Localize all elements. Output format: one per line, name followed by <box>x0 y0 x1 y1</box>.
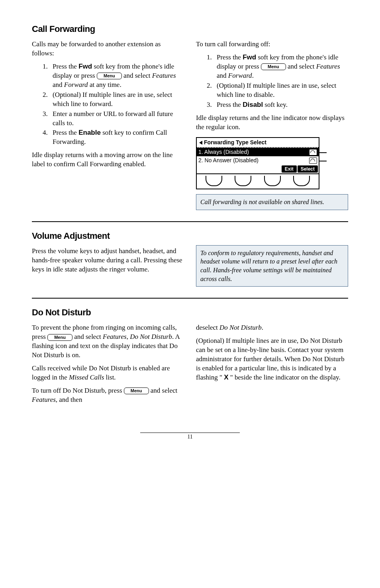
section-divider <box>32 221 348 222</box>
heading-volume: Volume Adjustment <box>32 231 348 241</box>
x-glyph-icon: X <box>224 374 228 381</box>
cf-off-step-3: Press the Disabl soft key. <box>214 100 348 110</box>
physical-key-icon <box>235 176 251 186</box>
connector-line-icon <box>319 161 327 161</box>
menu-button-icon: Menu <box>261 63 286 70</box>
dnd-p3: To turn off Do Not Disturb, press Menu a… <box>32 386 184 405</box>
dnd-p2: Calls received while Do Not Disturb is e… <box>32 364 184 382</box>
footer-divider <box>140 433 240 433</box>
volume-note-box: To conform to regulatory requirements, h… <box>196 245 348 287</box>
phone-icon <box>309 149 317 155</box>
softkey-exit: Exit <box>282 165 297 173</box>
cf-on-step-2: (Optional) If multiple lines are in use,… <box>49 90 184 109</box>
connector-line-icon <box>319 152 327 153</box>
enable-softkey-label: Enable <box>78 129 101 136</box>
physical-key-icon <box>264 176 281 186</box>
fwd-softkey-label: Fwd <box>78 63 92 70</box>
screen-row-1: 1. Always (Disabled) <box>197 148 319 156</box>
cf-on-step-4: Press the Enable soft key to confirm Cal… <box>49 128 184 147</box>
cf-on-step-1: Press the Fwd soft key from the phone's … <box>49 62 184 90</box>
cf-off-outro: Idle display returns and the line indica… <box>196 114 348 132</box>
physical-key-icon <box>293 176 310 186</box>
softkey-select: Select <box>298 165 318 173</box>
menu-button-icon: Menu <box>97 73 122 79</box>
cf-note-box: Call forwarding is not available on shar… <box>196 194 348 210</box>
cf-off-intro: To turn call forwarding off: <box>196 40 348 49</box>
fwd-softkey-label: Fwd <box>243 53 256 61</box>
physical-keys-row <box>196 174 319 189</box>
physical-key-icon <box>206 176 222 186</box>
cf-on-outro: Idle display returns with a moving arrow… <box>32 151 184 169</box>
cf-intro: Calls may be forwarded to another extens… <box>32 40 184 58</box>
dnd-right-column: deselect Do Not Disturb. (Optional) If m… <box>196 322 348 409</box>
volume-left-column: Press the volume keys to adjust handset,… <box>32 245 184 287</box>
volume-right-column: To conform to regulatory requirements, h… <box>196 245 348 287</box>
section-divider <box>32 298 348 299</box>
phone-icon <box>309 157 317 164</box>
heading-call-forwarding: Call Forwarding <box>32 24 348 34</box>
triangle-icon <box>199 141 202 145</box>
call-forwarding-right-column: To turn call forwarding off: Press the F… <box>196 38 348 210</box>
dnd-p1: To prevent the phone from ringing on inc… <box>32 323 184 360</box>
page-footer: 11 <box>32 433 348 440</box>
disabl-softkey-label: Disabl <box>243 101 263 108</box>
menu-button-icon: Menu <box>124 387 149 394</box>
dnd-right-p2: (Optional) If multiple lines are in use,… <box>196 336 348 382</box>
screen-title: Forwarding Type Select <box>197 138 319 148</box>
volume-body: Press the volume keys to adjust handset,… <box>32 247 184 274</box>
menu-button-icon: Menu <box>47 334 72 341</box>
cf-off-step-1: Press the Fwd soft key from the phone's … <box>214 53 348 81</box>
phone-screen-illustration: Forwarding Type Select 1. Always (Disabl… <box>196 137 348 189</box>
dnd-right-p1: deselect Do Not Disturb. <box>196 323 348 332</box>
screen-row-2: 2. No Answer (Disabled) <box>197 156 319 165</box>
cf-off-step-2: (Optional) If multiple lines are in use,… <box>214 81 348 100</box>
call-forwarding-left-column: Calls may be forwarded to another extens… <box>32 38 184 210</box>
page-number: 11 <box>187 434 192 440</box>
dnd-left-column: To prevent the phone from ringing on inc… <box>32 322 184 409</box>
heading-dnd: Do Not Disturb <box>32 307 348 318</box>
cf-on-step-3: Enter a number or URL to forward all fut… <box>49 110 184 128</box>
